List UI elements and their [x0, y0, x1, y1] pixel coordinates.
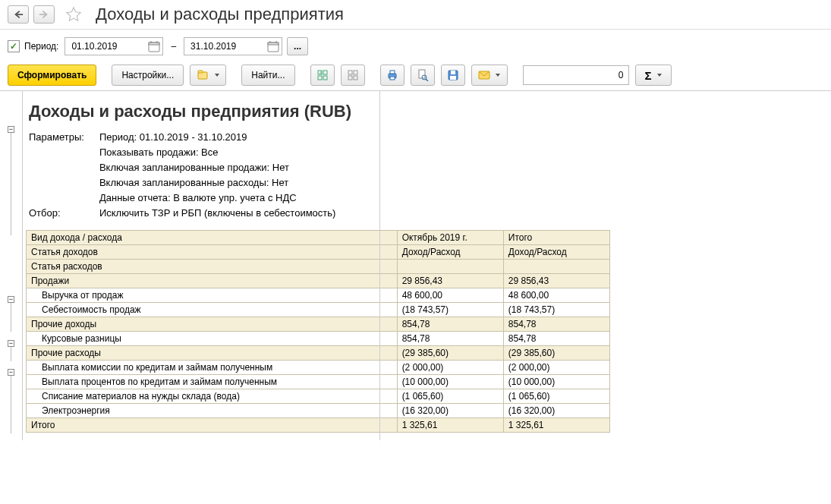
header-cell: Доход/Расход [397, 245, 503, 260]
row-value: 48 600,00 [397, 288, 503, 303]
header-cell: Итого [503, 231, 609, 245]
send-button[interactable] [471, 65, 508, 86]
period-bar: Период: – ... [0, 30, 831, 60]
collapse-all-button[interactable] [341, 65, 365, 86]
report-table: Вид дохода / расхода Октябрь 2019 г. Ито… [26, 230, 610, 433]
row-value: 854,78 [397, 332, 503, 346]
outline-gutter: − − − − [0, 91, 23, 440]
row-label: Себестоимость продаж [27, 303, 398, 317]
collapse-toggle[interactable]: − [8, 296, 14, 303]
table-row[interactable]: Курсовые разницы854,78854,78 [27, 332, 610, 346]
svg-rect-5 [268, 43, 279, 45]
header-cell [397, 260, 503, 274]
favorite-button[interactable] [64, 5, 83, 24]
table-row[interactable]: Прочие расходы(29 385,60)(29 385,60) [27, 346, 610, 361]
table-row[interactable]: Списание материалов на нужды склада (вод… [27, 389, 610, 404]
table-row[interactable]: Продажи29 856,4329 856,43 [27, 274, 610, 288]
svg-rect-18 [354, 76, 357, 80]
date-to-wrap [184, 37, 282, 55]
arrow-right-icon [39, 10, 49, 19]
period-checkbox[interactable] [8, 40, 20, 52]
save-button[interactable] [441, 65, 465, 86]
row-label: Итого [27, 418, 398, 433]
row-value: (2 000,00) [503, 361, 609, 375]
svg-rect-9 [198, 71, 203, 73]
toolbar: Сформировать Настройки... Найти... A Σ [0, 60, 831, 91]
page-title: Доходы и расходы предприятия [96, 5, 344, 24]
expand-icon: A [316, 69, 329, 81]
variants-button[interactable] [190, 65, 226, 86]
row-label: Прочие доходы [27, 317, 398, 332]
header-cell: Статья доходов [27, 245, 398, 260]
row-value: 854,78 [397, 317, 503, 332]
collapse-toggle[interactable]: − [8, 126, 14, 133]
param-line: Включая запланированные расходы: Нет [99, 176, 335, 189]
date-from-input[interactable] [70, 40, 131, 52]
forward-button[interactable] [33, 5, 55, 24]
chevron-down-icon [215, 74, 219, 77]
row-label: Выплата комиссии по кредитам и займам по… [27, 361, 398, 375]
param-line: Показывать продажи: Все [99, 146, 335, 159]
period-select-button[interactable]: ... [287, 37, 308, 55]
table-row[interactable]: Прочие доходы854,78854,78 [27, 317, 610, 332]
table-row[interactable]: Себестоимость продаж(18 743,57)(18 743,5… [27, 303, 610, 317]
back-button[interactable] [8, 5, 29, 24]
sum-field[interactable] [523, 65, 629, 85]
date-to-input[interactable] [189, 40, 250, 52]
table-row[interactable]: Выплата процентов по кредитам и займам п… [27, 375, 610, 389]
print-button[interactable] [380, 65, 404, 86]
report-area: − − − − Доходы и расходы предприятия (RU… [0, 91, 831, 440]
row-label: Выручка от продаж [27, 288, 398, 303]
find-button[interactable]: Найти... [241, 65, 294, 86]
report-title: Доходы и расходы предприятия (RUB) [29, 102, 823, 121]
row-value: 48 600,00 [503, 288, 609, 303]
preview-button[interactable] [411, 65, 435, 86]
table-row[interactable]: Итого1 325,611 325,61 [27, 418, 610, 433]
table-row[interactable]: Выручка от продаж48 600,0048 600,00 [27, 288, 610, 303]
row-value: 854,78 [503, 317, 609, 332]
svg-rect-16 [354, 71, 357, 74]
collapse-toggle[interactable]: − [8, 340, 14, 347]
row-value: 1 325,61 [503, 418, 609, 433]
svg-rect-27 [450, 76, 456, 80]
svg-rect-1 [149, 43, 159, 45]
calendar-icon[interactable] [147, 39, 161, 53]
row-value: (1 065,60) [397, 389, 503, 404]
table-row[interactable]: Выплата комиссии по кредитам и займам по… [27, 361, 610, 375]
svg-line-24 [426, 79, 428, 81]
row-value: (29 385,60) [397, 346, 503, 361]
report-content: Доходы и расходы предприятия (RUB) Парам… [23, 91, 831, 440]
row-value: 1 325,61 [397, 418, 503, 433]
row-value: (10 000,00) [397, 375, 503, 389]
generate-button[interactable]: Сформировать [8, 65, 96, 86]
header-bar: Доходы и расходы предприятия [0, 0, 831, 30]
svg-rect-17 [348, 76, 352, 80]
svg-rect-21 [390, 77, 395, 80]
row-label: Выплата процентов по кредитам и займам п… [27, 375, 398, 389]
expand-all-button[interactable]: A [310, 65, 335, 86]
preview-icon [417, 69, 429, 81]
row-label: Списание материалов на нужды склада (вод… [27, 389, 398, 404]
calendar-icon[interactable] [266, 39, 280, 53]
sigma-button[interactable]: Σ [635, 65, 672, 86]
star-icon [65, 6, 82, 23]
svg-rect-26 [451, 71, 455, 74]
period-dash: – [171, 41, 176, 52]
filter-line: Исключить ТЗР и РБП (включены в себестои… [99, 206, 335, 219]
svg-rect-11 [323, 71, 327, 74]
folder-icon [197, 69, 209, 81]
param-line: Данные отчета: В валюте упр. учета с НДС [99, 191, 335, 204]
row-label: Курсовые разницы [27, 332, 398, 346]
svg-rect-15 [348, 71, 352, 74]
generate-label: Сформировать [17, 70, 87, 80]
row-value: (29 385,60) [503, 346, 609, 361]
table-row[interactable]: Электроэнергия(16 320,00)(16 320,00) [27, 404, 610, 418]
settings-button[interactable]: Настройки... [112, 65, 184, 86]
find-label: Найти... [251, 70, 285, 80]
svg-rect-13 [323, 76, 327, 80]
row-label: Продажи [27, 274, 398, 288]
svg-rect-12 [318, 76, 322, 80]
arrow-left-icon [13, 10, 24, 19]
collapse-toggle[interactable]: − [8, 369, 14, 376]
header-cell: Октябрь 2019 г. [397, 231, 503, 245]
